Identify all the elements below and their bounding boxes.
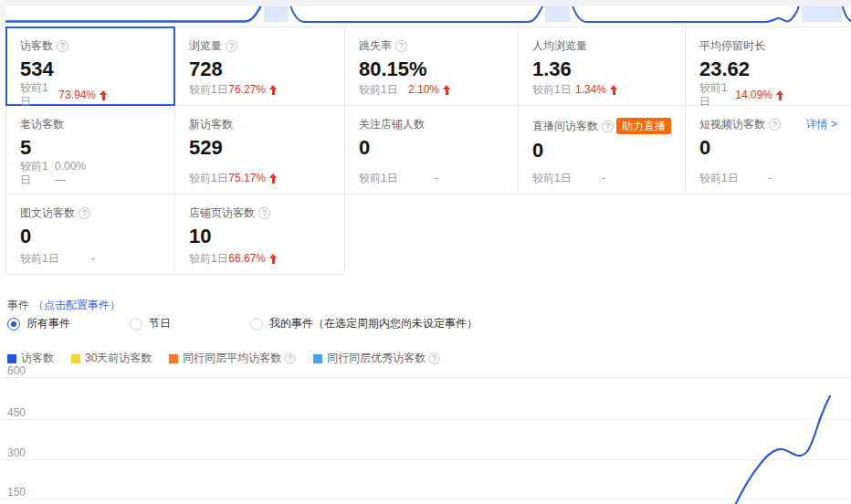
highlight-band (545, 6, 570, 22)
metric-card-image-text-visitors[interactable]: 图文访客数 ? 0 较前1日 - (5, 194, 175, 275)
change-value: 66.67% (228, 252, 278, 266)
metric-label: 短视频访客数 (699, 118, 765, 131)
compare-label: 较前1日 (189, 252, 228, 266)
metric-card-bounce-rate[interactable]: 跳失率 ? 80.15% 较前1日 2.10% (345, 26, 519, 106)
change-value: - (602, 172, 605, 185)
compare-label: 较前1日 (532, 172, 572, 185)
info-icon[interactable]: ? (602, 121, 614, 132)
metric-label: 图文访客数 (20, 206, 75, 220)
legend-swatch (169, 354, 178, 363)
info-icon[interactable]: ? (226, 40, 237, 52)
metric-value: 10 (189, 225, 331, 248)
info-icon[interactable]: ? (395, 40, 407, 52)
metric-label: 平均停留时长 (699, 39, 765, 53)
metric-value: 0 (359, 136, 504, 160)
arrow-up-icon (269, 85, 278, 95)
compare-label: 较前1日 (699, 81, 735, 109)
compare-label: 较前1日 (20, 81, 58, 109)
metric-card-shop-followers[interactable]: 关注店铺人数 0 较前1日 - (345, 106, 519, 194)
info-icon[interactable]: ? (79, 207, 90, 219)
legend-item-peer-average[interactable]: 同行同层平均访客数 ? (169, 351, 296, 366)
legend-item-visitors[interactable]: 访客数 (7, 351, 54, 366)
metric-label: 直播间访客数 (532, 120, 598, 133)
empty-cell (519, 194, 686, 275)
change-value: 73.94% (58, 89, 108, 102)
compare-label: 较前1日 (189, 172, 228, 185)
change-value: 14.09% (735, 89, 784, 102)
metric-value: 0 (20, 225, 161, 248)
trend-line-svg (0, 365, 851, 504)
top-chart-fragment (0, 0, 851, 27)
metric-label: 人均浏览量 (532, 39, 587, 53)
page-gutter (0, 0, 5, 27)
metric-card-livestream-visitors[interactable]: 直播间访客数 ? 助力直播 0 较前1日 - (519, 106, 686, 194)
change-value: 0.00% — (55, 160, 95, 187)
metric-card-old-visitors[interactable]: 老访客数 5 较前1日 0.00% — (5, 106, 175, 194)
empty-cell (345, 194, 519, 275)
radio-my-events[interactable]: 我的事件（在选定周期内您尚未设定事件） (250, 316, 478, 331)
arrow-up-icon (269, 254, 278, 264)
info-icon[interactable]: ? (429, 353, 440, 364)
metric-card-visitors[interactable]: 访客数 ? 534 较前1日 73.94% (5, 26, 175, 106)
metric-label: 关注店铺人数 (359, 118, 425, 131)
metric-label: 老访客数 (20, 118, 64, 131)
visitors-line (733, 396, 830, 504)
legend-item-peer-excellent[interactable]: 同行同层优秀访客数 ? (313, 351, 440, 366)
metric-value: 1.36 (532, 58, 671, 81)
change-value: 75.17% (228, 172, 278, 185)
change-value: 2.10% (408, 83, 451, 97)
arrow-up-icon (100, 90, 108, 100)
compare-label: 较前1日 (189, 83, 228, 97)
visitors-trend-chart[interactable]: 600 450 300 150 (0, 365, 851, 504)
compare-label: 较前1日 (20, 160, 55, 187)
metric-card-views-per-visitor[interactable]: 人均浏览量 1.36 较前1日 1.34% (519, 26, 686, 106)
radio-all-events[interactable]: 所有事件 (7, 316, 70, 331)
compare-label: 较前1日 (699, 172, 739, 185)
change-value: - (435, 172, 438, 185)
radio-selected-icon[interactable] (7, 318, 20, 331)
metric-card-pageviews[interactable]: 浏览量 ? 728 较前1日 76.27% (175, 26, 345, 106)
arrow-up-icon (269, 173, 278, 184)
metric-value: 23.62 (699, 58, 837, 81)
radio-unselected-icon[interactable] (250, 318, 263, 331)
metric-value: 80.15% (359, 58, 504, 81)
metric-value: 5 (20, 136, 161, 160)
change-value: 76.27% (228, 83, 278, 97)
empty-cell (686, 194, 851, 275)
legend-item-visitors-30d-ago[interactable]: 30天前访客数 (71, 351, 152, 366)
compare-label: 较前1日 (359, 172, 398, 185)
arrow-up-icon (776, 90, 784, 100)
metric-value: 529 (189, 136, 331, 160)
compare-label: 较前1日 (532, 83, 572, 97)
metric-value: 534 (20, 58, 161, 81)
detail-link[interactable]: 详情 > (806, 118, 837, 131)
metric-label: 跳失率 (359, 39, 392, 53)
boost-live-badge[interactable]: 助力直播 (616, 118, 671, 134)
legend-swatch (7, 354, 16, 363)
arrow-up-icon (610, 85, 618, 95)
metric-card-avg-stay-time[interactable]: 平均停留时长 23.62 较前1日 14.09% (686, 26, 851, 106)
highlight-band (264, 6, 289, 22)
top-sparkline-svg (0, 0, 851, 27)
metric-card-short-video-visitors[interactable]: 短视频访客数 ? 详情 > 0 较前1日 - (686, 106, 851, 194)
compare-label: 较前1日 (359, 83, 398, 97)
metric-value: 0 (532, 139, 671, 163)
legend-swatch (313, 354, 322, 363)
info-icon[interactable]: ? (769, 119, 781, 131)
info-icon[interactable]: ? (57, 40, 68, 52)
page-gap (0, 0, 851, 6)
radio-holidays[interactable]: 节日 (130, 316, 171, 331)
metric-value: 728 (189, 58, 331, 81)
info-icon[interactable]: ? (258, 207, 270, 219)
analytics-dashboard: 访客数 ? 534 较前1日 73.94% 浏览量 ? 728 较前1日 76.… (0, 0, 851, 504)
metric-card-new-visitors[interactable]: 新访客数 529 较前1日 75.17% (175, 106, 345, 194)
legend-swatch (71, 354, 80, 363)
change-value: - (91, 252, 95, 266)
configure-events-link[interactable]: （点击配置事件） (33, 299, 121, 312)
highlight-band (802, 6, 842, 22)
metric-card-grid: 访客数 ? 534 较前1日 73.94% 浏览量 ? 728 较前1日 76.… (5, 26, 851, 275)
radio-unselected-icon[interactable] (130, 318, 142, 331)
change-value: 1.34% (575, 83, 618, 97)
info-icon[interactable]: ? (285, 353, 296, 364)
metric-card-shop-page-visitors[interactable]: 店铺页访客数 ? 10 较前1日 66.67% (175, 194, 345, 275)
